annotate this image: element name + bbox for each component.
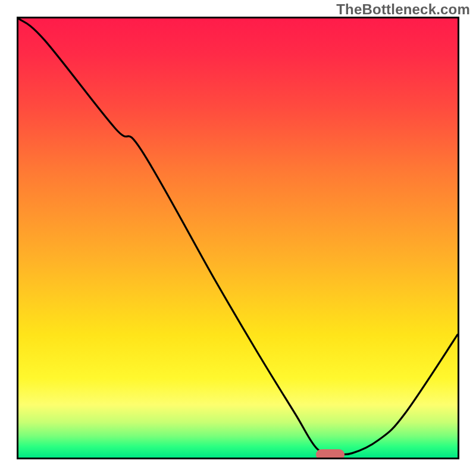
optimal-marker <box>316 449 345 459</box>
bottleneck-curve <box>18 18 458 458</box>
bottleneck-chart: TheBottleneck.com <box>0 0 476 476</box>
plot-area <box>17 17 459 459</box>
watermark-text: TheBottleneck.com <box>336 1 470 18</box>
